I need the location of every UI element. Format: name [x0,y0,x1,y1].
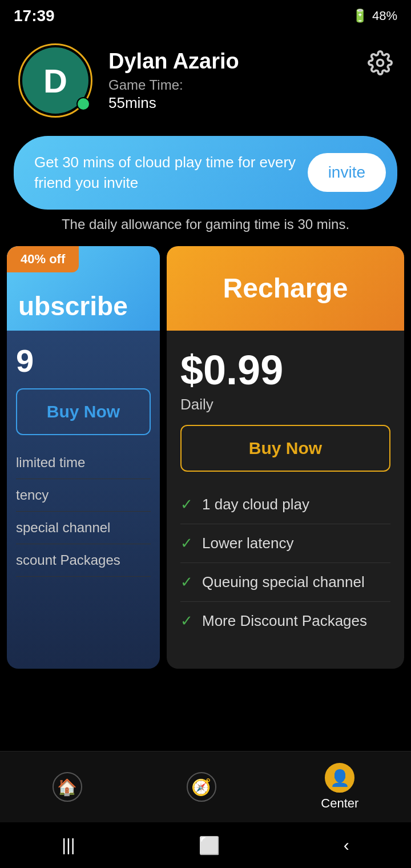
home-button[interactable]: ⬜ [199,835,220,855]
allowance-text: The daily allowance for gaming time is 3… [0,216,411,232]
recent-apps-button[interactable]: ||| [62,835,75,855]
invite-banner: Get 30 mins of cloud play time for every… [14,136,397,210]
invite-button[interactable]: invite [308,153,386,192]
cards-container: 40% off ubscribe 9 Buy Now limited time … [0,246,411,669]
recharge-feature-3-label: Queuing special channel [202,573,365,591]
battery-icon: 🔋 [352,9,368,23]
subscribe-feature-1: limited time [16,447,151,479]
game-time-label: Game Time: [108,77,393,93]
subscribe-feature-2: tency [16,479,151,512]
settings-icon[interactable] [368,50,393,75]
subscribe-title: ubscribe [18,291,128,322]
recharge-header: Recharge [167,246,404,331]
discount-badge: 40% off [7,246,79,272]
recharge-period: Daily [180,396,390,413]
avatar-wrapper: D [18,43,92,118]
profile-name: Dylan Azario [108,49,393,74]
subscribe-price: 9 [16,342,151,379]
home-icon[interactable]: 🏠 [53,772,82,802]
subscribe-features: limited time tency special channel scoun… [16,447,151,577]
recharge-feature-2: ✓ Lower latency [180,524,390,563]
android-nav: ||| ⬜ ‹ [0,822,411,868]
subscribe-feature-3: special channel [16,512,151,544]
nav-center[interactable]: 👤 Center [321,763,358,811]
status-time: 17:39 [14,7,55,25]
subscribe-header: 40% off ubscribe [7,246,160,331]
subscribe-card: 40% off ubscribe 9 Buy Now limited time … [7,246,160,669]
recharge-title: Recharge [223,272,348,304]
invite-text: Get 30 mins of cloud play time for every… [34,152,308,194]
check-icon-2: ✓ [180,535,193,552]
recharge-features: ✓ 1 day cloud play ✓ Lower latency ✓ Que… [180,485,390,640]
check-icon-1: ✓ [180,496,193,513]
status-icons: 🔋 48% [352,9,397,23]
nav-center-label: Center [321,796,358,811]
svg-point-0 [377,60,384,66]
battery-percent: 48% [372,9,397,23]
status-bar: 17:39 🔋 48% [0,0,411,30]
recharge-feature-1: ✓ 1 day cloud play [180,485,390,524]
nav-home[interactable]: 🏠 [53,772,82,802]
subscribe-body: 9 Buy Now limited time tency special cha… [7,331,160,588]
recharge-feature-4-label: More Discount Packages [202,612,367,630]
game-time-value: 55mins [108,94,393,112]
recharge-price: $0.99 [180,347,390,393]
recharge-body: $0.99 Daily Buy Now ✓ 1 day cloud play ✓… [167,331,404,656]
check-icon-3: ✓ [180,573,193,591]
recharge-buy-now-button[interactable]: Buy Now [180,425,390,472]
subscribe-feature-4: scount Packages [16,544,151,577]
recharge-feature-2-label: Lower latency [202,535,293,552]
bottom-nav: 🏠 🧭 👤 Center [0,751,411,822]
profile-section: D Dylan Azario Game Time: 55mins [0,30,411,131]
online-indicator [76,97,90,111]
recharge-feature-3: ✓ Queuing special channel [180,563,390,602]
check-icon-4: ✓ [180,612,193,630]
nav-explore[interactable]: 🧭 [187,772,216,802]
recharge-feature-1-label: 1 day cloud play [202,496,309,513]
back-button[interactable]: ‹ [344,835,349,855]
recharge-feature-4: ✓ More Discount Packages [180,602,390,640]
profile-info: Dylan Azario Game Time: 55mins [108,49,393,112]
center-icon[interactable]: 👤 [325,763,354,793]
explore-icon[interactable]: 🧭 [187,772,216,802]
subscribe-buy-now-button[interactable]: Buy Now [16,388,151,435]
recharge-card: Recharge $0.99 Daily Buy Now ✓ 1 day clo… [167,246,404,669]
